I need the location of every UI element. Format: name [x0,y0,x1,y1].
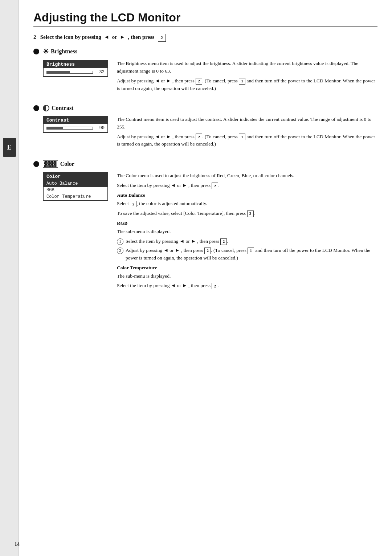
auto-balance-line2: To save the adjusted value, select [Colo… [117,210,377,217]
brightness-menu-box: Brightness 32 [43,60,108,95]
color-menu-row-temp: Color Temperature [44,193,107,200]
section-or: or [112,34,117,40]
rgb-step1-num: 1 [117,238,123,245]
contrast-description: The Contrast menu item is used to adjust… [117,116,377,151]
brightness-label: Brightness [51,48,77,55]
contrast-desc2: Adjust by pressing ◄ or ► , then press 2… [117,133,377,148]
auto-balance-btn2: 2 [130,201,136,207]
contrast-menu-title: Contrast [44,116,107,124]
color-desc1: The Color menu is used to adjust the bri… [117,172,377,180]
section-then-press: , then press [128,34,154,40]
page-wrapper: E Adjusting the LCD Monitor 2 Select the… [0,0,392,556]
section-btn-2: 2 [158,34,166,42]
brightness-body: Brightness 32 The Brightness menu item i… [43,60,377,95]
color-temp-btn2: 2 [212,283,218,289]
contrast-menu-box: Contrast 90 [43,116,108,151]
page-title: Adjusting the LCD Monitor [33,11,377,24]
brightness-slider-inner [47,71,70,73]
auto-balance-heading: Auto Balance [117,192,377,199]
contrast-icon [43,105,49,111]
contrast-body: Contrast 90 The Contrast menu item is us… [43,116,377,151]
color-title: ▓▓▓▓ Color [33,160,377,168]
color-menu-box: Color Auto Balance RGB Color Temperature [43,172,108,292]
rgb-step2-btn1: 1 [248,248,254,254]
section-number: 2 [33,34,36,40]
rgb-step1-btn: 2 [220,238,227,245]
color-temp-heading: Color Temperature [117,264,377,272]
auto-balance-line1: Select 2, the color is adjusted automati… [117,200,377,208]
contrast-desc1: The Contrast menu item is used to adjust… [117,116,377,131]
brightness-menu-title: Brightness [44,61,107,68]
section-header: 2 Select the icon by pressing ◄ or ► , t… [33,34,377,42]
color-menu-display: Color Auto Balance RGB Color Temperature [43,172,108,201]
color-description: The Color menu is used to adjust the bri… [117,172,377,292]
color-grid-icon: ▓▓▓▓ [43,160,58,168]
contrast-slider-inner [47,127,63,129]
rgb-step2: 2 Adjust by pressing ◄ or ► , then press… [117,247,377,262]
title-rule [33,26,377,27]
sun-icon: ☀ [43,48,49,56]
color-menu-row-rgb: RGB [44,187,107,193]
contrast-bullet [33,105,39,111]
color-menu-row-auto: Auto Balance [44,180,107,187]
brightness-slider-row: 32 [44,68,107,76]
brightness-description: The Brightness menu item is used to adju… [117,60,377,95]
color-temp-line2: Select the item by pressing ◄ or ► , the… [117,282,377,290]
brightness-btn2: 2 [196,78,202,85]
contrast-title: Contrast [33,105,377,111]
section-text: Select the icon by pressing [40,34,101,40]
brightness-desc2: Adjust by pressing ◄ or ► , then press 2… [117,77,377,93]
brightness-desc1: The Brightness menu item is used to adju… [117,60,377,75]
color-desc2: Select the item by pressing ◄ or ► , the… [117,182,377,189]
rgb-step1: 1 Select the item by pressing ◄ or ► , t… [117,238,377,245]
main-content: Adjusting the LCD Monitor 2 Select the i… [19,0,392,556]
brightness-slider-value: 32 [96,70,105,75]
color-menu-title: Color [44,173,107,180]
color-temp-line1: The sub-menu is displayed. [117,273,377,280]
arrow-left-icon: ◄ [104,34,109,40]
contrast-subsection: Contrast Contrast 90 [33,105,377,151]
contrast-slider-row: 90 [44,124,107,132]
brightness-menu-display: Brightness 32 [43,60,108,77]
contrast-label: Contrast [52,105,73,111]
brightness-subsection: ☀ Brightness Brightness 32 [33,48,377,95]
rgb-line1: The sub-menu is displayed. [117,228,377,236]
rgb-step2-text: Adjust by pressing ◄ or ► , then press 2… [126,247,377,262]
page-number: 14 [15,541,20,547]
rgb-step2-btn2: 2 [204,248,211,254]
contrast-slider-value: 90 [96,126,105,131]
color-subsection: ▓▓▓▓ Color Color Auto Balance RGB Color … [33,160,377,292]
auto-balance-save-btn: 2 [247,210,254,217]
color-btn2: 2 [212,183,218,189]
rgb-step2-num: 2 [117,248,123,254]
color-label: Color [60,161,74,167]
arrow-right-icon: ► [120,34,125,40]
brightness-btn1: 1 [239,78,245,85]
color-body: Color Auto Balance RGB Color Temperature… [43,172,377,292]
brightness-title: ☀ Brightness [33,48,377,56]
sidebar: E [0,0,19,556]
contrast-btn1: 1 [239,134,245,140]
sidebar-tab-e: E [3,138,16,157]
contrast-btn2: 2 [196,134,202,140]
color-bullet [33,161,39,167]
brightness-bullet [33,49,39,54]
contrast-slider-outer [46,127,93,130]
contrast-menu-display: Contrast 90 [43,116,108,133]
rgb-step1-text: Select the item by pressing ◄ or ► , the… [126,238,228,245]
brightness-slider-outer [46,71,93,74]
rgb-heading: RGB [117,220,377,227]
